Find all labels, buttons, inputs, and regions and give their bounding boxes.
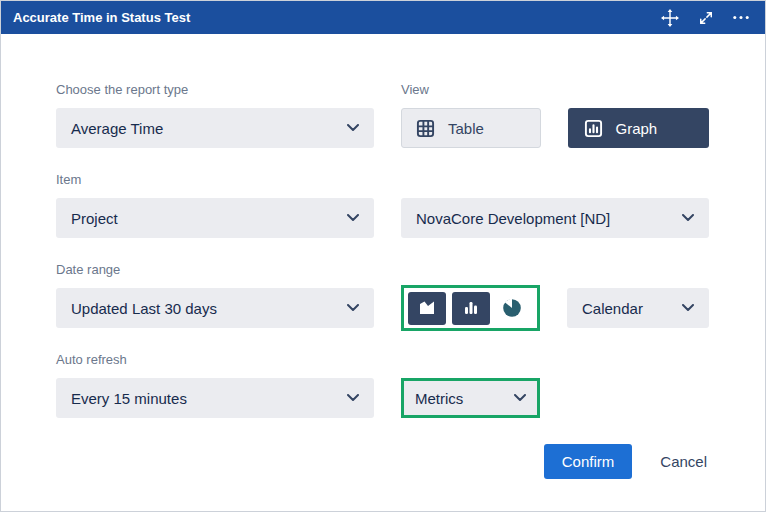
chart-type-toggle-group [401,285,540,331]
chevron-down-icon [682,214,694,222]
more-icon[interactable] [733,15,749,20]
dialog-body: Choose the report type Average Time View [1,34,765,418]
calendar-value: Calendar [582,300,643,317]
report-type-field: Choose the report type Average Time [56,82,374,148]
chart-calendar-field: Calendar [401,262,709,328]
view-table-button[interactable]: Table [401,108,541,148]
report-type-label: Choose the report type [56,82,374,98]
auto-refresh-field: Auto refresh Every 15 minutes [56,352,374,418]
dialog-header: Accurate Time in Status Test [1,1,765,34]
area-chart-button[interactable] [408,292,446,325]
view-table-label: Table [448,120,484,137]
auto-refresh-label: Auto refresh [56,352,374,368]
chevron-down-icon [347,304,359,312]
view-graph-label: Graph [616,120,658,137]
metrics-label-spacer [401,352,709,368]
auto-refresh-select[interactable]: Every 15 minutes [56,378,374,418]
project-field: NovaCore Development [ND] [401,172,709,238]
dialog: Accurate Time in Status Test [0,0,766,512]
table-icon [416,119,435,138]
fullscreen-icon[interactable] [699,11,713,25]
metrics-field: Metrics [401,352,709,418]
view-graph-button[interactable]: Graph [568,108,710,148]
project-label-spacer [401,172,709,188]
header-icons [661,9,749,27]
confirm-button[interactable]: Confirm [544,444,633,479]
item-value: Project [71,210,118,227]
item-label: Item [56,172,374,188]
date-range-label: Date range [56,262,374,278]
report-type-select[interactable]: Average Time [56,108,374,148]
dialog-footer: Confirm Cancel [1,418,765,479]
cancel-button[interactable]: Cancel [660,453,707,470]
dialog-title: Accurate Time in Status Test [13,10,190,25]
chevron-down-icon [514,394,526,402]
chevron-down-icon [682,304,694,312]
chevron-down-icon [347,394,359,402]
chart-calendar-label-spacer [401,262,709,278]
pie-chart-button[interactable] [496,292,528,325]
report-type-value: Average Time [71,120,163,137]
view-label: View [401,82,709,98]
project-select[interactable]: NovaCore Development [ND] [401,198,709,238]
bar-chart-button[interactable] [452,292,490,325]
item-select[interactable]: Project [56,198,374,238]
metrics-value: Metrics [415,390,463,407]
auto-refresh-value: Every 15 minutes [71,390,187,407]
metrics-select[interactable]: Metrics [401,378,540,418]
chevron-down-icon [347,214,359,222]
date-range-select[interactable]: Updated Last 30 days [56,288,374,328]
move-icon[interactable] [661,9,679,27]
chevron-down-icon [347,124,359,132]
project-value: NovaCore Development [ND] [416,210,610,227]
date-range-field: Date range Updated Last 30 days [56,262,374,328]
graph-icon [584,119,603,138]
item-field: Item Project [56,172,374,238]
view-field: View Table [401,82,709,148]
calendar-select[interactable]: Calendar [567,288,709,328]
date-range-value: Updated Last 30 days [71,300,217,317]
